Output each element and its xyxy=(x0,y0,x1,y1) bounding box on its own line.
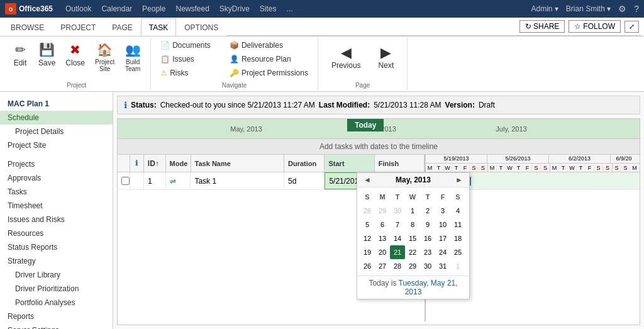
save-button[interactable]: 💾 Save xyxy=(34,39,60,70)
sidebar-item-server-settings[interactable]: Server Settings xyxy=(0,323,113,329)
help-icon[interactable]: ? xyxy=(634,4,639,14)
nav-newsfeed[interactable]: Newsfeed xyxy=(175,4,209,13)
sidebar-item-reports[interactable]: Reports xyxy=(0,309,113,323)
cal-day-12[interactable]: 12 xyxy=(360,231,375,245)
today-link[interactable]: Tuesday, May 21, 2013 xyxy=(399,279,458,296)
row-checkbox[interactable] xyxy=(118,172,130,189)
close-button[interactable]: ✖ Close xyxy=(61,39,89,70)
share-button[interactable]: ↻ SHARE xyxy=(519,20,565,33)
sidebar-item-schedule[interactable]: Schedule xyxy=(0,111,113,125)
cal-day-28prev[interactable]: 28 xyxy=(360,204,375,218)
cal-day-27[interactable]: 27 xyxy=(375,259,390,273)
project-site-button[interactable]: 🏠 ProjectSite xyxy=(91,39,119,75)
cal-day-1next[interactable]: 1 xyxy=(450,259,465,273)
cal-day-13[interactable]: 13 xyxy=(375,231,390,245)
cal-day-24[interactable]: 24 xyxy=(435,245,450,259)
cal-day-25[interactable]: 25 xyxy=(450,245,465,259)
settings-icon[interactable]: ⚙ xyxy=(618,4,626,14)
tab-options[interactable]: OPTIONS xyxy=(176,18,226,36)
cal-day-10[interactable]: 10 xyxy=(435,218,450,231)
risks-button[interactable]: ⚠ Risks xyxy=(156,67,215,79)
sidebar-item-portfolio-analyses[interactable]: Portfolio Analyses xyxy=(0,296,113,309)
sidebar-item-issues-risks[interactable]: Issues and Risks xyxy=(0,213,113,226)
cal-day-17[interactable]: 17 xyxy=(435,231,450,245)
cal-day-2[interactable]: 2 xyxy=(420,204,435,218)
app-logo[interactable]: o Office365 xyxy=(5,3,53,14)
project-permissions-button[interactable]: 🔑 Project Permissions xyxy=(225,67,313,79)
row-task-name[interactable]: Task 1 xyxy=(191,172,284,189)
cal-day-30prev[interactable]: 30 xyxy=(390,204,405,218)
tab-page[interactable]: PAGE xyxy=(104,18,140,36)
cal-prev-button[interactable]: ◄ xyxy=(361,176,374,184)
sidebar-item-driver-library[interactable]: Driver Library xyxy=(0,268,113,282)
cal-day-6[interactable]: 6 xyxy=(375,218,390,231)
cal-day-22[interactable]: 22 xyxy=(405,245,420,259)
nav-calendar[interactable]: Calendar xyxy=(101,4,132,13)
nav-skydrive[interactable]: SkyDrive xyxy=(219,4,250,13)
cal-day-4[interactable]: 4 xyxy=(450,204,465,218)
nav-sites[interactable]: Sites xyxy=(260,4,277,13)
row-duration[interactable]: 5d xyxy=(284,172,325,189)
cal-day-15[interactable]: 15 xyxy=(405,231,420,245)
sidebar-item-projects[interactable]: Projects xyxy=(0,157,113,171)
cal-next-button[interactable]: ► xyxy=(453,176,465,184)
cal-day-29prev[interactable]: 29 xyxy=(375,204,390,218)
sidebar-item-project-site[interactable]: Project Site xyxy=(0,138,113,152)
sidebar-item-status-reports[interactable]: Status Reports xyxy=(0,240,113,254)
cal-day-7[interactable]: 7 xyxy=(390,218,405,231)
col-mode-header[interactable]: Mode xyxy=(166,155,191,172)
documents-button[interactable]: 📄 Documents xyxy=(156,39,215,52)
cal-day-21-today[interactable]: 21 xyxy=(390,245,405,259)
col-start-header[interactable]: Start xyxy=(325,155,374,172)
cal-day-29[interactable]: 29 xyxy=(405,259,420,273)
sidebar-item-strategy[interactable]: Strategy xyxy=(0,254,113,268)
cal-day-26[interactable]: 26 xyxy=(360,259,375,273)
col-duration-header[interactable]: Duration xyxy=(284,155,325,172)
cal-day-16[interactable]: 16 xyxy=(420,231,435,245)
edit-button[interactable]: ✏ Edit xyxy=(8,39,33,70)
task-checkbox[interactable] xyxy=(121,177,130,185)
sidebar-item-driver-prioritization[interactable]: Driver Prioritization xyxy=(0,282,113,296)
ribbon-project-buttons: ✏ Edit 💾 Save ✖ Close 🏠 ProjectSite 👥 Bu… xyxy=(8,39,145,79)
cal-day-9[interactable]: 9 xyxy=(420,218,435,231)
sidebar-item-approvals[interactable]: Approvals xyxy=(0,171,113,185)
cal-day-11[interactable]: 11 xyxy=(450,218,465,231)
cal-day-1[interactable]: 1 xyxy=(405,204,420,218)
sidebar-item-resources[interactable]: Resources xyxy=(0,226,113,240)
nav-more[interactable]: ... xyxy=(287,4,293,13)
next-button[interactable]: ▶ Next xyxy=(370,39,402,75)
office-icon: o xyxy=(5,3,16,14)
tab-project[interactable]: PROJECT xyxy=(52,18,104,36)
col-name-header[interactable]: Task Name xyxy=(191,155,284,172)
col-id-header[interactable]: ID ↑ xyxy=(144,155,166,172)
tab-task[interactable]: TASK xyxy=(141,18,176,36)
follow-button[interactable]: ☆ FOLLOW xyxy=(569,20,621,33)
cal-day-20[interactable]: 20 xyxy=(375,245,390,259)
next-icon: ▶ xyxy=(380,45,391,61)
cal-day-28[interactable]: 28 xyxy=(390,259,405,273)
admin-menu[interactable]: Admin ▾ xyxy=(531,4,558,13)
cal-day-5[interactable]: 5 xyxy=(360,218,375,231)
cal-day-23[interactable]: 23 xyxy=(420,245,435,259)
nav-people[interactable]: People xyxy=(142,4,165,13)
previous-button[interactable]: ◀ Previous xyxy=(323,39,369,75)
sidebar-item-timesheet[interactable]: Timesheet xyxy=(0,199,113,213)
nav-outlook[interactable]: Outlook xyxy=(65,4,91,13)
cal-day-3[interactable]: 3 xyxy=(435,204,450,218)
cal-day-14[interactable]: 14 xyxy=(390,231,405,245)
sidebar-item-project-details[interactable]: Project Details xyxy=(0,125,113,138)
cal-day-8[interactable]: 8 xyxy=(405,218,420,231)
resource-plan-button[interactable]: 👤 Resource Plan xyxy=(225,53,313,65)
cal-day-19[interactable]: 19 xyxy=(360,245,375,259)
deliverables-button[interactable]: 📦 Deliverables xyxy=(225,39,313,52)
tab-browse[interactable]: BROWSE xyxy=(3,18,52,36)
popout-button[interactable]: ⤢ xyxy=(625,21,639,33)
user-menu[interactable]: Brian Smith ▾ xyxy=(566,4,611,13)
cal-day-18[interactable]: 18 xyxy=(450,231,465,245)
cal-day-30[interactable]: 30 xyxy=(420,259,435,273)
cal-day-31[interactable]: 31 xyxy=(435,259,450,273)
issues-button[interactable]: 📋 Issues xyxy=(156,53,215,65)
sidebar-item-tasks[interactable]: Tasks xyxy=(0,185,113,199)
col-finish-header[interactable]: Finish xyxy=(375,155,425,172)
build-team-button[interactable]: 👥 BuildTeam xyxy=(120,39,145,75)
